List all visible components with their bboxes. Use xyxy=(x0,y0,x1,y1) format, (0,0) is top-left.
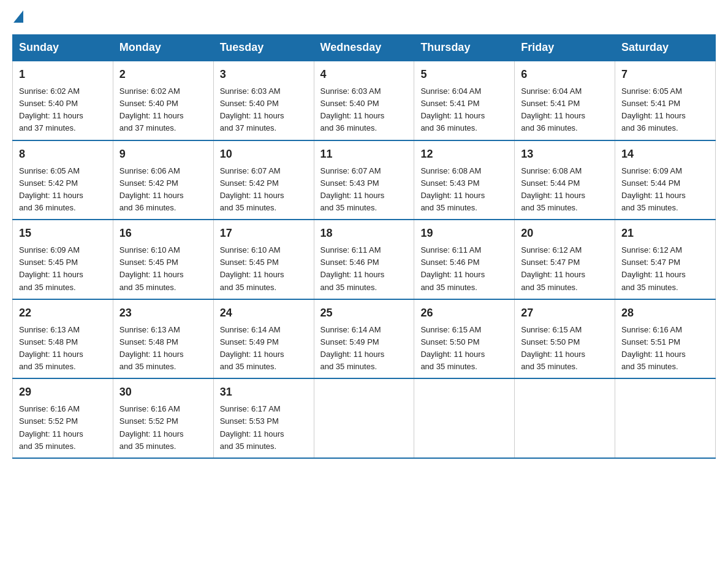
calendar-cell: 27 Sunrise: 6:15 AMSunset: 5:50 PMDaylig… xyxy=(515,299,615,379)
week-row-2: 8 Sunrise: 6:05 AMSunset: 5:42 PMDayligh… xyxy=(13,140,716,220)
day-info: Sunrise: 6:12 AMSunset: 5:47 PMDaylight:… xyxy=(621,245,686,291)
calendar-cell: 3 Sunrise: 6:03 AMSunset: 5:40 PMDayligh… xyxy=(213,61,314,140)
day-number: 20 xyxy=(521,225,609,242)
day-info: Sunrise: 6:10 AMSunset: 5:45 PMDaylight:… xyxy=(220,245,284,291)
day-info: Sunrise: 6:07 AMSunset: 5:42 PMDaylight:… xyxy=(220,166,284,212)
calendar-cell: 29 Sunrise: 6:16 AMSunset: 5:52 PMDaylig… xyxy=(13,378,113,458)
day-header-thursday: Thursday xyxy=(414,35,515,61)
day-info: Sunrise: 6:04 AMSunset: 5:41 PMDaylight:… xyxy=(521,86,585,132)
day-number: 16 xyxy=(119,225,207,242)
day-info: Sunrise: 6:16 AMSunset: 5:52 PMDaylight:… xyxy=(119,404,184,450)
day-header-saturday: Saturday xyxy=(615,35,716,61)
calendar-cell: 12 Sunrise: 6:08 AMSunset: 5:43 PMDaylig… xyxy=(414,140,515,220)
day-number: 11 xyxy=(320,146,408,163)
calendar-cell: 13 Sunrise: 6:08 AMSunset: 5:44 PMDaylig… xyxy=(515,140,615,220)
calendar-cell: 22 Sunrise: 6:13 AMSunset: 5:48 PMDaylig… xyxy=(13,299,113,379)
day-info: Sunrise: 6:05 AMSunset: 5:42 PMDaylight:… xyxy=(19,166,83,212)
day-number: 7 xyxy=(621,66,709,83)
day-number: 14 xyxy=(621,146,709,163)
calendar-cell: 25 Sunrise: 6:14 AMSunset: 5:49 PMDaylig… xyxy=(314,299,414,379)
day-number: 18 xyxy=(320,225,408,242)
day-number: 6 xyxy=(521,66,609,83)
day-number: 24 xyxy=(220,305,308,321)
day-number: 15 xyxy=(19,225,107,242)
day-info: Sunrise: 6:11 AMSunset: 5:46 PMDaylight:… xyxy=(320,245,385,291)
calendar-cell: 19 Sunrise: 6:11 AMSunset: 5:46 PMDaylig… xyxy=(414,220,515,299)
day-number: 22 xyxy=(19,305,107,321)
day-number: 12 xyxy=(420,146,508,163)
day-number: 25 xyxy=(320,305,408,321)
day-number: 9 xyxy=(119,146,207,163)
day-info: Sunrise: 6:13 AMSunset: 5:48 PMDaylight:… xyxy=(19,325,83,371)
calendar-cell: 28 Sunrise: 6:16 AMSunset: 5:51 PMDaylig… xyxy=(615,299,716,379)
week-row-5: 29 Sunrise: 6:16 AMSunset: 5:52 PMDaylig… xyxy=(13,378,716,458)
day-info: Sunrise: 6:16 AMSunset: 5:52 PMDaylight:… xyxy=(19,404,83,450)
day-number: 28 xyxy=(621,305,709,321)
day-info: Sunrise: 6:09 AMSunset: 5:44 PMDaylight:… xyxy=(621,166,686,212)
calendar-cell: 31 Sunrise: 6:17 AMSunset: 5:53 PMDaylig… xyxy=(213,378,314,458)
calendar-cell: 15 Sunrise: 6:09 AMSunset: 5:45 PMDaylig… xyxy=(13,220,113,299)
day-header-tuesday: Tuesday xyxy=(213,35,314,61)
calendar-cell: 18 Sunrise: 6:11 AMSunset: 5:46 PMDaylig… xyxy=(314,220,414,299)
calendar-cell: 4 Sunrise: 6:03 AMSunset: 5:40 PMDayligh… xyxy=(314,61,414,140)
calendar-cell xyxy=(414,378,515,458)
day-info: Sunrise: 6:04 AMSunset: 5:41 PMDaylight:… xyxy=(420,86,485,132)
calendar-cell: 1 Sunrise: 6:02 AMSunset: 5:40 PMDayligh… xyxy=(13,61,113,140)
calendar-cell xyxy=(314,378,414,458)
day-info: Sunrise: 6:05 AMSunset: 5:41 PMDaylight:… xyxy=(621,86,686,132)
day-number: 1 xyxy=(19,66,107,83)
calendar-cell: 14 Sunrise: 6:09 AMSunset: 5:44 PMDaylig… xyxy=(615,140,716,220)
day-info: Sunrise: 6:08 AMSunset: 5:43 PMDaylight:… xyxy=(420,166,485,212)
day-info: Sunrise: 6:02 AMSunset: 5:40 PMDaylight:… xyxy=(19,86,83,132)
day-header-wednesday: Wednesday xyxy=(314,35,414,61)
day-number: 10 xyxy=(220,146,308,163)
day-number: 30 xyxy=(119,384,207,400)
days-header-row: SundayMondayTuesdayWednesdayThursdayFrid… xyxy=(13,35,716,61)
calendar-cell: 2 Sunrise: 6:02 AMSunset: 5:40 PMDayligh… xyxy=(113,61,213,140)
day-number: 21 xyxy=(621,225,709,242)
calendar-cell: 7 Sunrise: 6:05 AMSunset: 5:41 PMDayligh… xyxy=(615,61,716,140)
day-number: 31 xyxy=(220,384,308,400)
calendar-cell: 9 Sunrise: 6:06 AMSunset: 5:42 PMDayligh… xyxy=(113,140,213,220)
day-number: 8 xyxy=(19,146,107,163)
day-info: Sunrise: 6:08 AMSunset: 5:44 PMDaylight:… xyxy=(521,166,585,212)
day-info: Sunrise: 6:14 AMSunset: 5:49 PMDaylight:… xyxy=(320,325,385,371)
day-info: Sunrise: 6:12 AMSunset: 5:47 PMDaylight:… xyxy=(521,245,585,291)
day-info: Sunrise: 6:15 AMSunset: 5:50 PMDaylight:… xyxy=(420,325,485,371)
day-info: Sunrise: 6:02 AMSunset: 5:40 PMDaylight:… xyxy=(119,86,184,132)
day-header-monday: Monday xyxy=(113,35,213,61)
day-info: Sunrise: 6:10 AMSunset: 5:45 PMDaylight:… xyxy=(119,245,184,291)
calendar-cell: 26 Sunrise: 6:15 AMSunset: 5:50 PMDaylig… xyxy=(414,299,515,379)
day-info: Sunrise: 6:07 AMSunset: 5:43 PMDaylight:… xyxy=(320,166,385,212)
page-header xyxy=(12,12,716,22)
logo-triangle-icon xyxy=(13,10,23,23)
day-info: Sunrise: 6:11 AMSunset: 5:46 PMDaylight:… xyxy=(420,245,485,291)
calendar-cell: 20 Sunrise: 6:12 AMSunset: 5:47 PMDaylig… xyxy=(515,220,615,299)
day-number: 29 xyxy=(19,384,107,400)
calendar-cell: 5 Sunrise: 6:04 AMSunset: 5:41 PMDayligh… xyxy=(414,61,515,140)
week-row-4: 22 Sunrise: 6:13 AMSunset: 5:48 PMDaylig… xyxy=(13,299,716,379)
day-number: 26 xyxy=(420,305,508,321)
calendar-cell: 16 Sunrise: 6:10 AMSunset: 5:45 PMDaylig… xyxy=(113,220,213,299)
day-number: 5 xyxy=(420,66,508,83)
day-number: 17 xyxy=(220,225,308,242)
day-number: 27 xyxy=(521,305,609,321)
day-number: 13 xyxy=(521,146,609,163)
calendar-cell: 6 Sunrise: 6:04 AMSunset: 5:41 PMDayligh… xyxy=(515,61,615,140)
day-info: Sunrise: 6:03 AMSunset: 5:40 PMDaylight:… xyxy=(220,86,284,132)
calendar-cell: 30 Sunrise: 6:16 AMSunset: 5:52 PMDaylig… xyxy=(113,378,213,458)
logo xyxy=(12,12,25,22)
day-info: Sunrise: 6:13 AMSunset: 5:48 PMDaylight:… xyxy=(119,325,184,371)
calendar-cell: 24 Sunrise: 6:14 AMSunset: 5:49 PMDaylig… xyxy=(213,299,314,379)
day-info: Sunrise: 6:15 AMSunset: 5:50 PMDaylight:… xyxy=(521,325,585,371)
day-info: Sunrise: 6:06 AMSunset: 5:42 PMDaylight:… xyxy=(119,166,184,212)
day-header-friday: Friday xyxy=(515,35,615,61)
week-row-3: 15 Sunrise: 6:09 AMSunset: 5:45 PMDaylig… xyxy=(13,220,716,299)
calendar-cell xyxy=(615,378,716,458)
calendar-table: SundayMondayTuesdayWednesdayThursdayFrid… xyxy=(12,34,716,459)
day-number: 2 xyxy=(119,66,207,83)
day-info: Sunrise: 6:17 AMSunset: 5:53 PMDaylight:… xyxy=(220,404,284,450)
day-number: 19 xyxy=(420,225,508,242)
calendar-cell: 10 Sunrise: 6:07 AMSunset: 5:42 PMDaylig… xyxy=(213,140,314,220)
calendar-cell: 21 Sunrise: 6:12 AMSunset: 5:47 PMDaylig… xyxy=(615,220,716,299)
